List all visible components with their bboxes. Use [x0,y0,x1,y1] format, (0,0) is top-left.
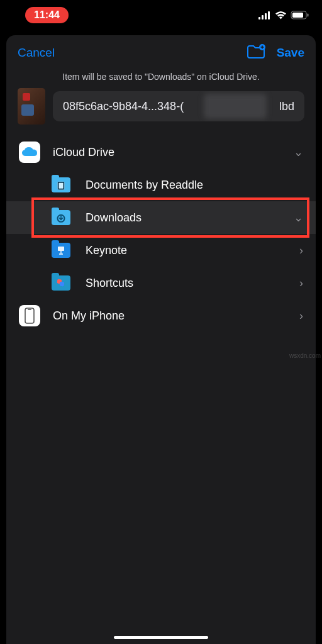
folder-label: Documents by Readdle [86,179,303,192]
folder-documents-by-readdle[interactable]: Documents by Readdle [6,169,316,201]
status-indicators [258,11,309,19]
folder-label: Downloads [86,211,294,225]
watermark: wsxdn.com [289,352,321,359]
filename-field[interactable]: 08f5c6ac-9b84-4...348-( lbd [53,91,304,121]
status-time-recording-pill[interactable]: 11:44 [25,7,69,23]
svg-rect-10 [59,282,64,287]
filename-row: 08f5c6ac-9b84-4...348-( lbd [6,88,316,136]
svg-rect-12 [28,309,31,311]
cancel-button[interactable]: Cancel [18,46,55,60]
filename-text: 08f5c6ac-9b84-4...348-( [63,100,184,113]
chevron-down-icon: ⌄ [294,211,303,225]
iphone-icon [19,305,40,326]
chevron-right-icon: › [299,309,303,323]
svg-rect-6 [308,14,309,17]
device-frame: 11:44 Cancel Save Item will be saved to … [0,0,322,644]
icloud-drive-icon [19,142,40,163]
cellular-icon [258,11,271,19]
chevron-right-icon: › [299,244,303,257]
folder-shortcuts[interactable]: Shortcuts › [6,267,316,299]
location-label: iCloud Drive [53,146,294,159]
new-folder-icon[interactable] [247,44,265,62]
chevron-right-icon: › [299,277,303,290]
filename-redaction [204,94,267,119]
filename-tail: lbd [279,100,294,113]
nav-bar: Cancel Save [6,35,316,70]
battery-icon [291,11,309,19]
home-indicator[interactable] [114,636,208,639]
svg-rect-2 [265,13,267,19]
folder-label: Keynote [86,244,299,257]
svg-rect-3 [268,11,270,19]
svg-rect-1 [262,15,264,19]
wifi-icon [275,11,287,19]
folder-keynote[interactable]: Keynote › [6,234,316,267]
save-button[interactable]: Save [277,46,304,60]
svg-rect-0 [258,17,260,19]
location-label: On My iPhone [53,309,299,323]
folder-icon [52,210,70,225]
svg-rect-5 [292,13,303,18]
save-location-info: Item will be saved to "Downloads" on iCl… [6,70,316,88]
folder-icon [52,243,70,258]
save-sheet: Cancel Save Item will be saved to "Downl… [6,35,316,644]
location-list[interactable]: iCloud Drive ⌄ Documents by Readdle Down… [6,136,316,644]
folder-icon [52,177,70,192]
status-bar: 11:44 [0,0,322,30]
folder-icon [52,275,70,291]
folder-label: Shortcuts [86,277,299,290]
location-on-my-iphone[interactable]: On My iPhone › [6,299,316,332]
location-icloud-drive[interactable]: iCloud Drive ⌄ [6,136,316,169]
folder-downloads[interactable]: Downloads ⌄ [6,201,316,234]
file-thumbnail [18,88,45,125]
svg-rect-11 [25,308,34,323]
svg-rect-8 [58,247,64,251]
chevron-down-icon: ⌄ [294,145,303,159]
